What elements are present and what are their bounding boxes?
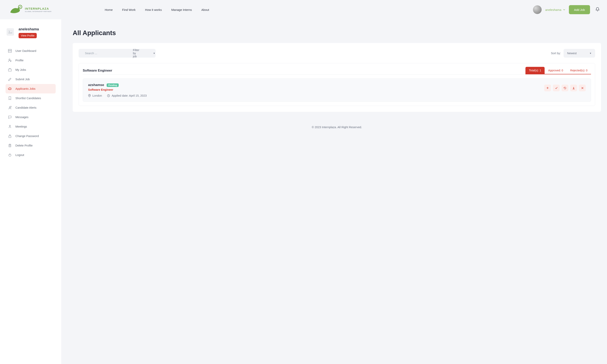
reject-button[interactable] bbox=[579, 85, 586, 91]
chevron-down-icon bbox=[563, 9, 565, 11]
main-nav: Home Find Work How it works Manage Inter… bbox=[105, 8, 209, 12]
sidebar-item-label: Meetings bbox=[15, 125, 27, 128]
dashboard-icon bbox=[8, 49, 12, 53]
close-icon bbox=[581, 87, 583, 89]
svg-point-2 bbox=[9, 31, 10, 32]
alert-user-icon bbox=[8, 106, 12, 110]
sidebar-item-changepw[interactable]: Change Password bbox=[6, 131, 56, 141]
brand-tagline: GLOBAL INTERNSHIP PARTNER bbox=[25, 11, 51, 13]
sidebar-item-label: Shortlist Candidates bbox=[15, 97, 41, 100]
job-title: Software Engineer bbox=[83, 69, 112, 73]
footer-copyright: © 2023 Internplaza. All Right Reserved. bbox=[73, 126, 601, 129]
download-icon bbox=[572, 87, 575, 89]
page-title: All Applicants bbox=[73, 29, 601, 37]
sidebar-item-label: Applicants Jobs bbox=[15, 87, 36, 90]
pencil-icon bbox=[8, 77, 12, 81]
notifications-button[interactable] bbox=[595, 7, 599, 12]
divider bbox=[83, 74, 591, 75]
bookmark-icon bbox=[8, 96, 12, 100]
sidebar: aneleshama View Profile User Dashboard P… bbox=[0, 19, 61, 364]
trash-icon bbox=[8, 143, 12, 147]
bird-icon bbox=[9, 4, 23, 15]
approve-button[interactable] bbox=[553, 85, 560, 91]
nav-about[interactable]: About bbox=[201, 8, 209, 12]
plus-icon bbox=[546, 87, 549, 89]
profile-card: aneleshama View Profile bbox=[6, 27, 56, 38]
sidebar-item-label: Delete Profile bbox=[15, 144, 33, 147]
chat-icon bbox=[8, 115, 12, 119]
sidebar-item-applicants[interactable]: Applicants Jobs bbox=[6, 84, 56, 93]
megaphone-icon bbox=[8, 87, 12, 91]
power-icon bbox=[8, 153, 12, 157]
sidebar-item-profile[interactable]: Profile bbox=[6, 56, 56, 65]
refresh-icon bbox=[564, 87, 566, 89]
svg-point-11 bbox=[9, 125, 11, 126]
svg-rect-3 bbox=[8, 49, 12, 52]
brand-title: INTERNPLAZA bbox=[25, 7, 51, 10]
applicant-location: London bbox=[88, 94, 102, 97]
tab-rejected[interactable]: Rejected(s): 0 bbox=[567, 67, 591, 74]
profile-name: aneleshama bbox=[19, 27, 39, 31]
image-placeholder-icon bbox=[8, 30, 12, 34]
sidebar-item-deleteprofile[interactable]: Delete Profile bbox=[6, 141, 56, 150]
nav-how-it-works[interactable]: How it works bbox=[145, 8, 162, 12]
sidebar-item-logout[interactable]: Logout bbox=[6, 150, 56, 160]
logo[interactable]: INTERNPLAZA GLOBAL INTERNSHIP PARTNER bbox=[9, 4, 51, 15]
search-filter-bar: Filter by job ▼ bbox=[79, 49, 156, 58]
svg-rect-8 bbox=[9, 69, 12, 71]
refresh-button[interactable] bbox=[562, 85, 568, 91]
user-icon bbox=[8, 58, 12, 62]
tab-approved[interactable]: Approved: 0 bbox=[545, 67, 567, 74]
sort-value: Newest bbox=[567, 52, 577, 55]
sidebar-item-dashboard[interactable]: User Dashboard bbox=[6, 46, 56, 56]
briefcase-icon bbox=[8, 68, 12, 72]
applicant-card: azshamse Pending Software Engineer Londo… bbox=[83, 78, 591, 102]
sidebar-item-submitjob[interactable]: Submit Job bbox=[6, 75, 56, 84]
nav-find-work[interactable]: Find Work bbox=[122, 8, 136, 12]
svg-point-10 bbox=[10, 106, 12, 107]
view-profile-button[interactable]: View Profile bbox=[19, 33, 37, 38]
sidebar-item-myjobs[interactable]: My Jobs bbox=[6, 65, 56, 75]
nav-home[interactable]: Home bbox=[105, 8, 112, 12]
applicant-actions bbox=[544, 85, 586, 91]
chevron-down-icon: ▼ bbox=[153, 52, 155, 54]
svg-rect-12 bbox=[9, 136, 11, 138]
sidebar-item-meetings[interactable]: Meetings bbox=[6, 122, 56, 131]
sort-by-label: Sort by: bbox=[551, 52, 561, 55]
user-menu[interactable]: aneleshama bbox=[545, 8, 565, 12]
svg-point-7 bbox=[11, 61, 11, 61]
sidebar-item-label: Change Password bbox=[15, 134, 39, 138]
applicant-position[interactable]: Software Engineer bbox=[88, 88, 147, 91]
sidebar-item-label: Messages bbox=[15, 116, 28, 119]
location-icon bbox=[88, 94, 91, 97]
sort-select[interactable]: Newest ▼ bbox=[564, 49, 595, 58]
sidebar-item-label: Profile bbox=[15, 59, 24, 62]
sidebar-item-label: User Dashboard bbox=[15, 49, 36, 52]
add-job-button[interactable]: Add Job bbox=[569, 5, 590, 14]
sidebar-item-alerts[interactable]: Candidate Alerts bbox=[6, 103, 56, 112]
job-tabs: Total(s): 1 Approved: 0 Rejected(s): 0 bbox=[525, 67, 591, 74]
main-content: All Applicants Filter by job ▼ Sort by: … bbox=[61, 19, 607, 364]
filter-label: Filter by job bbox=[133, 49, 139, 58]
applicant-name[interactable]: azshamse bbox=[88, 83, 104, 87]
check-icon bbox=[555, 87, 558, 89]
tab-total[interactable]: Total(s): 1 bbox=[525, 67, 545, 74]
search-input[interactable] bbox=[85, 52, 122, 55]
add-button[interactable] bbox=[544, 85, 551, 91]
status-badge: Pending bbox=[107, 83, 119, 87]
filter-by-job-select[interactable]: Filter by job ▼ bbox=[133, 49, 155, 58]
applicants-panel: Filter by job ▼ Sort by: Newest ▼ Softwa… bbox=[73, 43, 601, 112]
download-button[interactable] bbox=[570, 85, 577, 91]
svg-point-6 bbox=[9, 59, 10, 60]
user-avatar[interactable] bbox=[533, 5, 542, 14]
sidebar-item-label: My Jobs bbox=[15, 68, 26, 71]
sidebar-item-shortlist[interactable]: Shortlist Candidates bbox=[6, 93, 56, 103]
sidebar-item-label: Submit Job bbox=[15, 78, 30, 81]
chevron-down-icon: ▼ bbox=[589, 52, 592, 54]
nav-manage-interns[interactable]: Manage Interns bbox=[171, 8, 192, 12]
sidebar-item-label: Candidate Alerts bbox=[15, 106, 36, 109]
sidebar-item-label: Logout bbox=[15, 153, 24, 156]
svg-point-17 bbox=[89, 95, 90, 96]
clock-icon bbox=[107, 94, 110, 97]
sidebar-item-messages[interactable]: Messages bbox=[6, 112, 56, 122]
